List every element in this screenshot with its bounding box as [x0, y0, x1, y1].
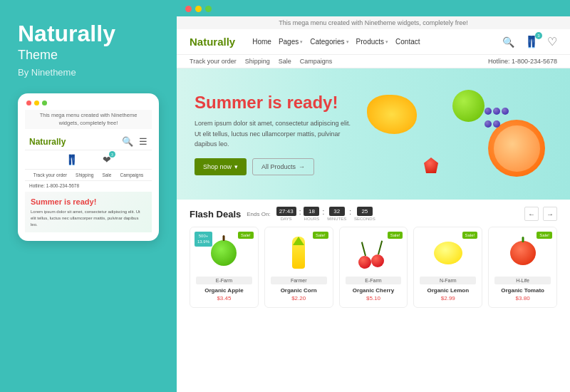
website-content: This mega menu created with Ninetheme wi… [177, 16, 570, 392]
timer-minutes-label: MINUTES [327, 217, 346, 221]
left-subtitle: Theme [18, 48, 159, 63]
timer-seconds-value: 25 [357, 207, 373, 216]
timer-hours-unit: 18 HOURS [304, 207, 319, 221]
deals-next-arrow[interactable]: → [543, 207, 557, 221]
categories-caret: ▾ [346, 39, 349, 45]
corn-vendor: Farmer [271, 277, 327, 284]
nav-actions: 👖 3 ♡ [524, 35, 557, 48]
tomato-image [494, 233, 551, 272]
timer-seconds-label: SECONDS [354, 217, 375, 221]
flash-deals-title: Flash Deals [190, 209, 241, 220]
mobile-shipping-link[interactable]: Shipping [76, 172, 93, 177]
apple-price: $3.45 [196, 295, 252, 301]
utility-bar: Track your order Shipping Sale Campaigns… [177, 55, 570, 68]
flash-deals-header: Flash Deals Ends On: 27:43 DAYS : 18 HOU… [190, 207, 557, 221]
campaigns-link[interactable]: Campaigns [300, 58, 333, 65]
wishlist-icon[interactable]: ♡ [547, 35, 557, 48]
timer-colon-1: : [299, 208, 301, 216]
apple-sale-badge: Sale! [238, 232, 254, 239]
pages-caret: ▾ [300, 39, 303, 45]
top-announcement-banner: This mega menu created with Ninetheme wi… [177, 16, 570, 29]
timer-hours-value: 18 [304, 207, 319, 216]
mobile-hero: Summer is ready! Lorem ipsum dolor sit a… [25, 192, 152, 232]
sale-link[interactable]: Sale [279, 58, 291, 65]
left-panel: Naturally Theme By Ninetheme This mega m… [0, 0, 177, 392]
tomato-price: $3.80 [494, 295, 551, 301]
nav-pages[interactable]: Pages ▾ [279, 38, 303, 46]
tomato-sale-badge: Sale! [537, 232, 552, 239]
lemon-name: Organic Lemon [420, 287, 476, 294]
product-card-lemon[interactable]: Sale! N-Farm Organic Lemon $2.99 [413, 227, 482, 308]
nav-contact[interactable]: Contact [395, 38, 420, 46]
timer-seconds-unit: 25 SECONDS [354, 207, 375, 221]
mobile-dot-green [42, 100, 47, 105]
mobile-sale-link[interactable]: Sale [102, 172, 111, 177]
timer-colon-3: : [349, 208, 351, 216]
mobile-track-link[interactable]: Track your order [33, 172, 67, 177]
product-card-corn[interactable]: Sale! Farmer Organic Corn $2.20 [264, 227, 333, 308]
timer-days-label: DAYS [281, 217, 292, 221]
mobile-menu-icon[interactable]: ☰ [139, 136, 147, 147]
browser-dot-green [205, 6, 212, 12]
corn-name: Organic Corn [271, 287, 327, 294]
hotline-text: Hotline: 1-800-234-5678 [488, 58, 557, 65]
mobile-nav-icons: 🔍 ☰ [122, 136, 147, 147]
cart-badge: 3 [535, 32, 542, 39]
mobile-wishlist-icon[interactable]: ❤ 3 [103, 154, 111, 165]
nav-categories[interactable]: Categories ▾ [310, 38, 348, 46]
product-card-apple[interactable]: Sale! 500+13.9% E-Farm Organic Apple $3.… [190, 227, 259, 308]
nav-home[interactable]: Home [252, 38, 271, 46]
hero-buttons: Shop now ▾ All Products → [195, 158, 353, 175]
mobile-bag-icon[interactable]: 👖 [66, 154, 78, 165]
apple-discount-badge: 500+13.9% [195, 232, 212, 247]
timer-minutes-unit: 32 MINUTES [327, 207, 346, 221]
lemon-vendor: N-Farm [420, 277, 476, 284]
browser-chrome [177, 0, 570, 16]
corn-sale-badge: Sale! [313, 232, 328, 239]
hero-content: Summer is ready! Lorem ipsum dolor sit a… [195, 93, 353, 175]
site-logo[interactable]: Naturally [190, 36, 235, 48]
corn-image [271, 233, 327, 272]
hero-text: Lorem ipsum dolor sit amet, consectetur … [195, 118, 351, 149]
mobile-search-icon[interactable]: 🔍 [122, 136, 133, 147]
cart-icon[interactable]: 👖 3 [524, 35, 539, 48]
deals-nav-arrows: ← → [524, 207, 557, 221]
product-card-cherry[interactable]: Sale! E-Farm Organic Cherry $5.10 [339, 227, 408, 308]
right-panel: This mega menu created with Ninetheme wi… [177, 0, 570, 392]
main-navigation: Naturally Home Pages ▾ Categories ▾ Prod… [177, 29, 570, 55]
track-order-link[interactable]: Track your order [190, 58, 237, 65]
browser-dot-yellow [195, 6, 202, 12]
search-icon[interactable]: 🔍 [502, 36, 514, 48]
mango-fruit [367, 95, 417, 134]
mobile-hotline: Hotline: 1-800-234-5678 [25, 181, 152, 190]
products-caret: ▾ [385, 39, 388, 45]
lemon-image [420, 233, 476, 272]
countdown-timer: 27:43 DAYS : 18 HOURS : 32 MINUTES : [276, 207, 375, 221]
shop-now-button[interactable]: Shop now ▾ [195, 158, 247, 175]
mobile-wishlist-badge: 3 [109, 151, 115, 158]
all-products-button[interactable]: All Products → [252, 158, 314, 175]
deals-prev-arrow[interactable]: ← [524, 207, 539, 221]
mobile-mockup: This mega menu created with Ninetheme wi… [18, 93, 159, 241]
mobile-dot-red [26, 100, 31, 105]
timer-hours-label: HOURS [304, 217, 320, 221]
apple-name: Organic Apple [196, 287, 252, 294]
product-card-tomato[interactable]: Sale! H-Life Organic Tomato $3.80 [488, 227, 557, 308]
blueberries-fruit [484, 105, 509, 131]
corn-fruit-icon [292, 237, 305, 269]
strawberry-fruit [424, 158, 438, 173]
lemon-sale-badge: Sale! [462, 232, 478, 239]
mobile-icons-row: 👖 ❤ 3 [25, 150, 152, 170]
apple-fruit-icon [211, 240, 237, 266]
timer-minutes-value: 32 [329, 207, 345, 216]
nav-products[interactable]: Products ▾ [356, 38, 388, 46]
mobile-dot-yellow [34, 100, 39, 105]
shipping-link[interactable]: Shipping [245, 58, 270, 65]
cherry-name: Organic Cherry [346, 287, 402, 294]
timer-colon-2: : [322, 208, 324, 216]
left-by: By Ninetheme [18, 67, 159, 78]
hero-title: Summer is ready! [195, 93, 353, 113]
lemon-price: $2.99 [420, 295, 476, 301]
mobile-window-controls [25, 100, 152, 105]
mobile-campaigns-link[interactable]: Campaigns [120, 172, 143, 177]
